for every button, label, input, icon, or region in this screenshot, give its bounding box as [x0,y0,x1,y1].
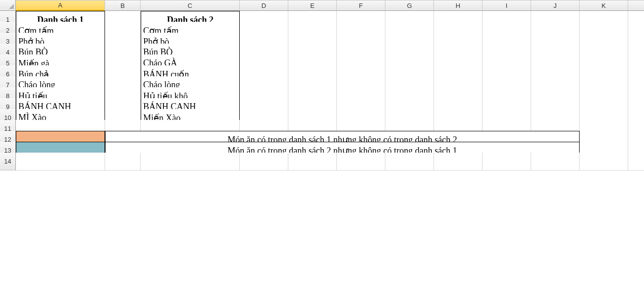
col-header-C[interactable]: C [141,0,240,11]
spreadsheet-grid[interactable]: A B C D E F G H I J K L 1 Danh sách 1 Da… [0,0,644,164]
cell-H14[interactable] [434,153,483,170]
cell-K14[interactable] [580,153,628,170]
cell-L14[interactable] [628,153,644,170]
col-header-H[interactable]: H [434,0,483,11]
col-header-I[interactable]: I [483,0,531,11]
cell-A14[interactable] [16,153,105,170]
cell-F14[interactable] [337,153,385,170]
cell-C14[interactable] [141,153,240,170]
cell-B14[interactable] [105,153,141,170]
cell-I14[interactable] [483,153,531,170]
col-header-L[interactable]: L [628,0,644,11]
cell-J14[interactable] [531,153,580,170]
col-header-B[interactable]: B [105,0,141,11]
col-header-E[interactable]: E [288,0,337,11]
col-header-D[interactable]: D [240,0,288,11]
col-header-G[interactable]: G [385,0,434,11]
select-all-corner[interactable] [0,0,16,11]
cell-G14[interactable] [385,153,434,170]
col-header-J[interactable]: J [531,0,580,11]
row-header-14[interactable]: 14 [0,153,16,170]
col-header-K[interactable]: K [580,0,628,11]
col-header-A[interactable]: A [16,0,105,11]
cell-D14[interactable] [240,153,288,170]
col-header-F[interactable]: F [337,0,385,11]
cell-E14[interactable] [288,153,337,170]
